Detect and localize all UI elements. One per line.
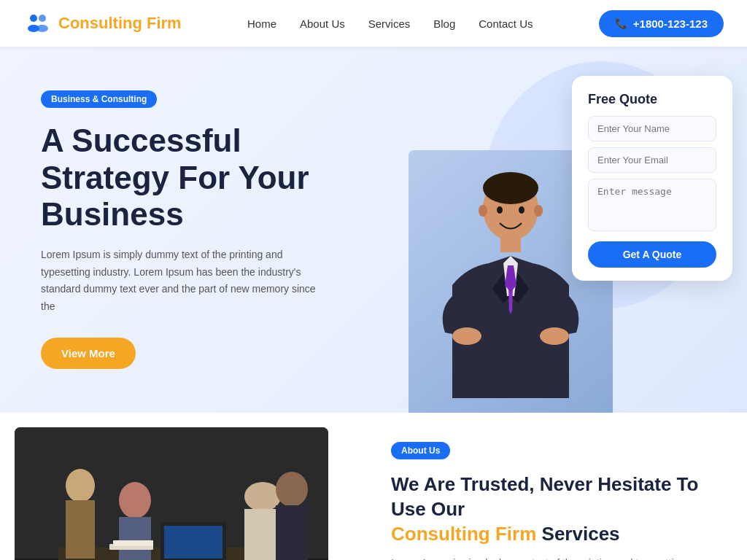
- hero-title: A Successful Strategy For Your Business: [41, 122, 344, 233]
- svg-rect-21: [66, 500, 95, 559]
- hero-description: Lorem Ipsum is simply dummy text of the …: [41, 246, 318, 316]
- svg-point-3: [36, 25, 48, 32]
- nav-home[interactable]: Home: [247, 18, 276, 30]
- svg-rect-7: [500, 236, 521, 252]
- quote-name-input[interactable]: [588, 116, 716, 141]
- logo-icon: [23, 9, 53, 38]
- quote-message-input[interactable]: [588, 179, 716, 231]
- svg-point-24: [244, 482, 281, 511]
- nav-contact[interactable]: Contact Us: [479, 18, 533, 30]
- svg-point-0: [30, 15, 37, 22]
- logo-text: Consulting Firm: [58, 14, 182, 33]
- hero-badge: Business & Consulting: [41, 90, 157, 108]
- phone-icon: 📞: [615, 18, 627, 29]
- phone-button[interactable]: 📞 +1800-123-123: [599, 10, 724, 37]
- svg-point-8: [452, 327, 481, 345]
- about-section: About Us We Are Trusted, Never Hesitate …: [0, 413, 747, 560]
- hero-left: Business & Consulting A Successful Strat…: [0, 47, 379, 413]
- about-description: Lorem Ipsum is simply dummy text of the …: [391, 555, 712, 560]
- svg-rect-25: [244, 509, 281, 560]
- about-title-orange: Consulting Firm: [391, 523, 536, 545]
- hero-section: Business & Consulting A Successful Strat…: [0, 47, 747, 413]
- about-images: [0, 413, 365, 560]
- svg-point-12: [479, 205, 487, 217]
- nav-about[interactable]: About Us: [300, 18, 345, 30]
- svg-point-22: [119, 482, 151, 518]
- svg-point-11: [519, 206, 525, 214]
- about-content: About Us We Are Trusted, Never Hesitate …: [365, 413, 747, 560]
- svg-rect-18: [164, 526, 222, 559]
- logo: Consulting Firm: [23, 9, 182, 38]
- about-badge: About Us: [391, 442, 450, 459]
- hero-cta-button[interactable]: View More: [41, 338, 136, 369]
- quote-card: Free Quote Get A Quote: [572, 76, 732, 281]
- hero-right: Free Quote Get A Quote: [379, 47, 747, 413]
- svg-point-28: [276, 472, 308, 507]
- svg-point-9: [540, 327, 569, 345]
- about-title-end: Services: [542, 523, 620, 545]
- nav-blog[interactable]: Blog: [433, 18, 455, 30]
- meeting-image-main: [15, 427, 328, 560]
- svg-point-1: [39, 15, 46, 22]
- phone-number: +1800-123-123: [633, 18, 708, 30]
- meeting-svg: [15, 427, 328, 560]
- quote-submit-button[interactable]: Get A Quote: [588, 241, 716, 268]
- svg-rect-23: [119, 517, 151, 560]
- svg-rect-29: [276, 505, 308, 560]
- svg-point-13: [534, 205, 543, 217]
- about-title-line1: We Are Trusted, Never Hesitate To Use Ou…: [391, 473, 698, 520]
- nav-links: Home About Us Services Blog Contact Us: [247, 18, 533, 30]
- about-title: We Are Trusted, Never Hesitate To Use Ou…: [391, 472, 712, 546]
- svg-point-20: [66, 469, 95, 502]
- navbar: Consulting Firm Home About Us Services B…: [0, 0, 747, 47]
- nav-services[interactable]: Services: [368, 18, 411, 30]
- svg-point-10: [497, 206, 503, 214]
- svg-rect-27: [113, 540, 153, 546]
- svg-point-6: [483, 172, 538, 204]
- quote-title: Free Quote: [588, 92, 716, 107]
- quote-email-input[interactable]: [588, 147, 716, 173]
